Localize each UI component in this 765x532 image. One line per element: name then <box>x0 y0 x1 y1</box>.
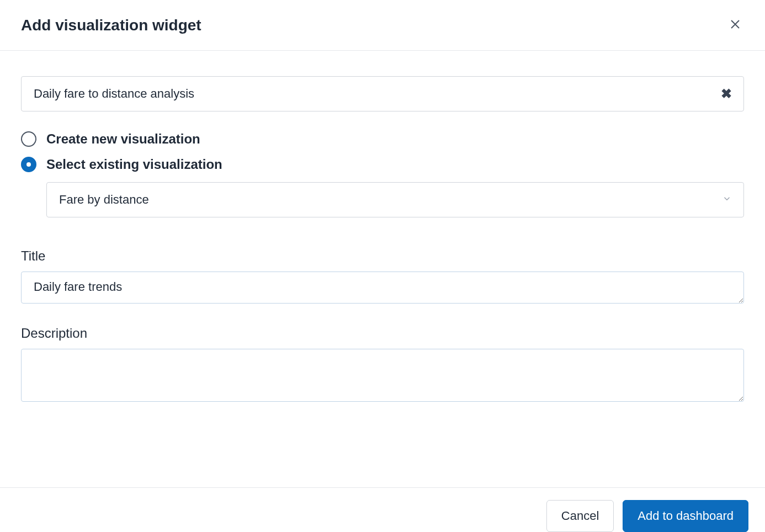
add-to-dashboard-button[interactable]: Add to dashboard <box>623 500 748 532</box>
radio-icon <box>21 157 36 172</box>
radio-icon <box>21 131 36 147</box>
modal-title: Add visualization widget <box>21 17 201 34</box>
existing-visualization-select[interactable]: Fare by distance <box>46 182 744 217</box>
clear-search-button[interactable]: ✖ <box>719 84 734 104</box>
radio-label: Create new visualization <box>46 131 200 147</box>
radio-select-existing[interactable]: Select existing visualization <box>21 157 744 172</box>
description-input[interactable] <box>21 349 744 402</box>
modal-body: ✖ Create new visualization Select existi… <box>0 51 765 446</box>
visualization-source-radio-group: Create new visualization Select existing… <box>21 131 744 172</box>
select-value: Fare by distance <box>59 193 149 207</box>
modal-header: Add visualization widget <box>0 0 765 51</box>
existing-visualization-select-wrapper: Fare by distance <box>46 182 744 217</box>
title-form-group: Title <box>21 248 744 306</box>
title-input[interactable] <box>21 272 744 304</box>
radio-label: Select existing visualization <box>46 157 222 172</box>
title-label: Title <box>21 248 744 264</box>
close-icon <box>729 18 742 33</box>
search-input[interactable] <box>21 76 744 111</box>
modal-footer: Cancel Add to dashboard <box>0 487 765 532</box>
clear-icon: ✖ <box>721 86 732 101</box>
search-wrapper: ✖ <box>21 76 744 111</box>
cancel-button[interactable]: Cancel <box>546 500 614 532</box>
radio-create-new[interactable]: Create new visualization <box>21 131 744 147</box>
description-label: Description <box>21 326 744 341</box>
description-form-group: Description <box>21 326 744 404</box>
close-button[interactable] <box>726 15 744 35</box>
